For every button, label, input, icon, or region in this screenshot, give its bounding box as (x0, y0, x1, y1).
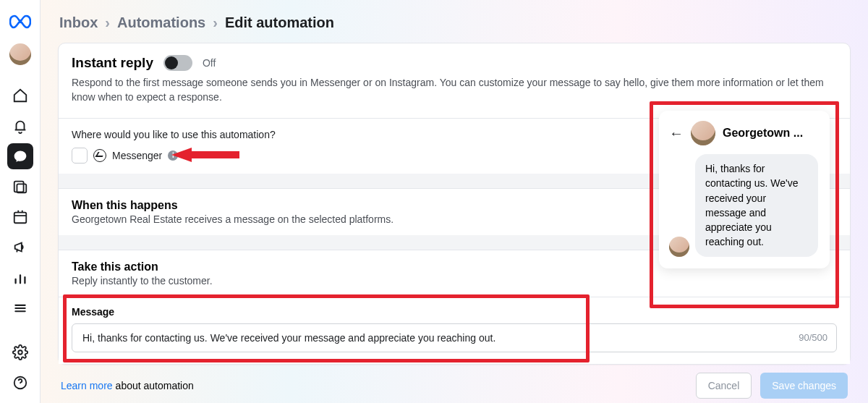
insights-icon[interactable] (7, 265, 33, 291)
toggle-state-label: Off (203, 57, 216, 69)
preview-back-icon[interactable]: ← (669, 125, 684, 142)
crumb-current: Edit automation (225, 14, 334, 31)
save-button[interactable]: Save changes (760, 373, 848, 399)
chevron-right-icon: › (105, 14, 110, 31)
info-icon[interactable]: i (168, 150, 178, 161)
message-input[interactable] (81, 331, 790, 344)
home-icon[interactable] (7, 82, 33, 109)
footer-text: about automation (116, 380, 194, 391)
posts-icon[interactable] (7, 174, 33, 200)
channel-checkbox-messenger[interactable] (72, 148, 88, 164)
profile-avatar[interactable] (9, 43, 31, 65)
svg-rect-0 (14, 182, 23, 192)
help-icon[interactable] (7, 370, 33, 396)
breadcrumb: Inbox › Automations › Edit automation (41, 0, 868, 43)
channel-label: Messenger (112, 150, 162, 161)
annotation-highlight-preview: ← Georgetown ... Hi, thanks for contacti… (650, 101, 839, 308)
automation-description: Respond to the first message someone sen… (72, 75, 837, 105)
menu-icon[interactable] (7, 295, 33, 321)
messenger-icon (93, 149, 106, 162)
preview-message-bubble: Hi, thanks for contacting us. We've rece… (695, 154, 818, 257)
automation-title: Instant reply (72, 55, 153, 71)
notifications-icon[interactable] (7, 113, 33, 139)
meta-logo[interactable] (9, 10, 32, 33)
crumb-automations[interactable]: Automations (117, 14, 205, 31)
preview-sender-avatar (669, 237, 689, 257)
enable-toggle[interactable] (163, 55, 192, 71)
preview-panel: ← Georgetown ... Hi, thanks for contacti… (650, 101, 839, 308)
calendar-icon[interactable] (7, 204, 33, 230)
ads-icon[interactable] (7, 234, 33, 260)
settings-icon[interactable] (7, 339, 33, 365)
preview-avatar (691, 121, 715, 145)
cancel-button[interactable]: Cancel (696, 373, 752, 399)
left-sidebar (0, 0, 41, 403)
svg-rect-2 (14, 213, 26, 224)
crumb-inbox[interactable]: Inbox (59, 14, 98, 31)
chevron-right-icon: › (213, 14, 218, 31)
char-counter: 90/500 (799, 332, 827, 343)
learn-more-link[interactable]: Learn more (61, 380, 113, 391)
messages-icon[interactable] (7, 143, 33, 169)
preview-name: Georgetown ... (723, 127, 803, 140)
